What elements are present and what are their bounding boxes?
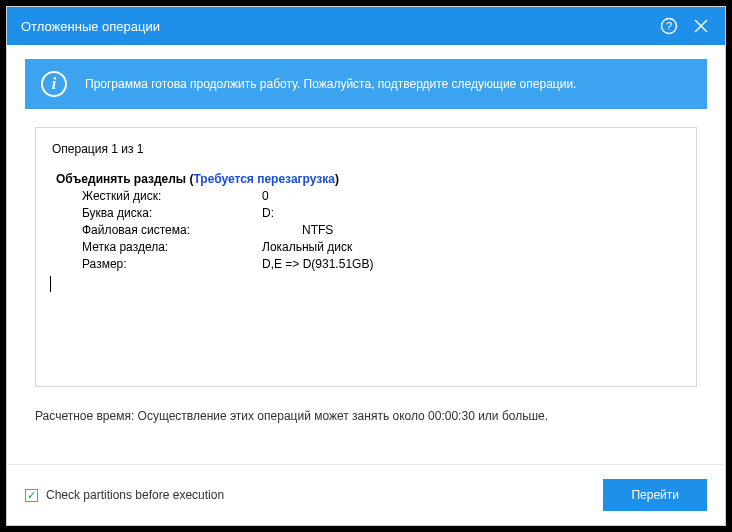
reboot-required-link[interactable]: Требуется перезагрузка	[193, 172, 334, 186]
detail-value: NTFS	[302, 222, 333, 239]
table-row: Размер: D,E => D(931.51GB)	[82, 256, 680, 273]
info-banner: i Программа готова продолжить работу. По…	[25, 59, 707, 109]
help-icon[interactable]: ?	[659, 16, 679, 36]
detail-label: Метка раздела:	[82, 239, 262, 256]
titlebar: Отложенные операции ?	[7, 7, 725, 45]
window-outer-frame: Отложенные операции ? i Программа готова…	[0, 0, 732, 532]
svg-text:?: ?	[666, 20, 672, 32]
detail-value: 0	[262, 188, 269, 205]
detail-label: Размер:	[82, 256, 262, 273]
detail-value: D,E => D(931.51GB)	[262, 256, 373, 273]
paren-close: )	[335, 172, 339, 186]
checkbox-box: ✓	[25, 489, 38, 502]
operation-counter: Операция 1 из 1	[52, 142, 680, 156]
detail-label: Буква диска:	[82, 205, 262, 222]
checkbox-label: Check partitions before execution	[46, 488, 224, 502]
info-icon: i	[41, 71, 67, 97]
table-row: Файловая система: NTFS	[82, 222, 680, 239]
checkmark-icon: ✓	[27, 490, 36, 501]
detail-label: Файловая система:	[82, 222, 262, 239]
close-icon[interactable]	[691, 16, 711, 36]
check-partitions-checkbox[interactable]: ✓ Check partitions before execution	[25, 488, 224, 502]
go-button[interactable]: Перейти	[603, 479, 707, 511]
detail-label: Жесткий диск:	[82, 188, 262, 205]
info-text: Программа готова продолжить работу. Пожа…	[85, 77, 576, 91]
text-cursor	[50, 276, 51, 292]
table-row: Метка раздела: Локальный диск	[82, 239, 680, 256]
window-inner-frame: Отложенные операции ? i Программа готова…	[6, 6, 726, 526]
operations-panel: Операция 1 из 1 Объединять разделы (Треб…	[35, 127, 697, 387]
estimated-time: Расчетное время: Осуществление этих опер…	[35, 409, 697, 423]
operation-details: Жесткий диск: 0 Буква диска: D: Файловая…	[82, 188, 680, 273]
window-title: Отложенные операции	[21, 19, 647, 34]
operation-title: Объединять разделы	[56, 172, 189, 186]
footer-bar: ✓ Check partitions before execution Пере…	[7, 464, 725, 525]
detail-value: Локальный диск	[262, 239, 352, 256]
detail-value: D:	[262, 205, 274, 222]
operation-title-row: Объединять разделы (Требуется перезагруз…	[56, 172, 680, 186]
table-row: Буква диска: D:	[82, 205, 680, 222]
table-row: Жесткий диск: 0	[82, 188, 680, 205]
